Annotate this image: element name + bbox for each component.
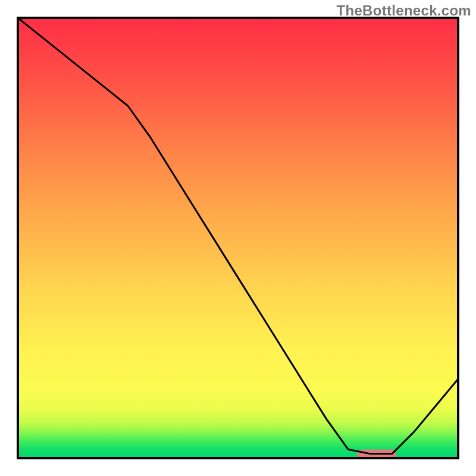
plot-background xyxy=(18,18,458,458)
watermark-text: TheBottleneck.com xyxy=(337,2,471,19)
plot-svg xyxy=(0,0,476,476)
bottleneck-chart: TheBottleneck.com xyxy=(0,0,476,476)
